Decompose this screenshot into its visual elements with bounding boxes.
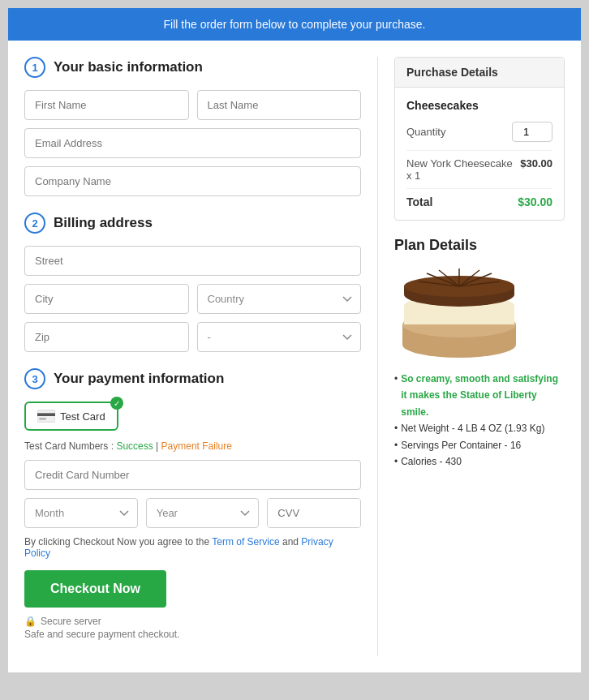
- cc-number-input[interactable]: [24, 460, 361, 490]
- purchase-details-box: Purchase Details Cheesecakes Quantity Ne…: [394, 57, 565, 221]
- company-input[interactable]: [24, 166, 361, 196]
- test-card-info: Test Card Numbers : Success | Payment Fa…: [24, 440, 361, 452]
- success-link[interactable]: Success: [116, 440, 153, 452]
- right-panel: Purchase Details Cheesecakes Quantity Ne…: [378, 57, 565, 656]
- card-label: Test Card: [60, 410, 105, 423]
- zip-state-row: -: [24, 322, 361, 352]
- secure-info: 🔒 Secure server Safe and secure payment …: [24, 616, 361, 640]
- checkout-button[interactable]: Checkout Now: [24, 570, 166, 608]
- email-row: [24, 128, 361, 158]
- svg-rect-1: [37, 413, 55, 416]
- section2-title: 2 Billing address: [24, 213, 361, 234]
- check-badge: ✓: [110, 397, 123, 410]
- cc-number-row: [24, 460, 361, 490]
- month-select[interactable]: Month: [24, 498, 138, 528]
- top-banner: Fill the order form below to complete yo…: [8, 8, 581, 41]
- cake-image: [394, 264, 524, 361]
- payment-section: 3 Your payment information ✓ Test Card: [24, 368, 361, 640]
- test-card-label: Test Card Numbers :: [24, 440, 114, 452]
- basic-info-section: 1 Your basic information: [24, 57, 361, 196]
- quantity-label: Quantity: [406, 126, 445, 138]
- order-form: 1 Your basic information 2 Billi: [24, 57, 378, 656]
- cvv-input[interactable]: [268, 499, 361, 527]
- purchase-details-body: Cheesecakes Quantity New York Cheesecake…: [395, 88, 564, 220]
- terms-text: By clicking Checkout Now you agree to th…: [24, 536, 361, 559]
- section2-number: 2: [24, 213, 45, 234]
- item-price: $30.00: [520, 157, 552, 170]
- name-row: [24, 90, 361, 120]
- company-row: [24, 166, 361, 196]
- cvv-field: [267, 498, 361, 528]
- state-select[interactable]: -: [197, 322, 362, 352]
- terms-link[interactable]: Term of Service: [212, 536, 279, 548]
- year-select[interactable]: Year: [146, 498, 260, 528]
- section3-number: 3: [24, 368, 45, 389]
- bullet2: Net Weight - 4 LB 4 OZ (1.93 Kg): [401, 420, 544, 436]
- item-row: New York Cheesecake x 1 $30.00: [406, 150, 552, 182]
- section1-number: 1: [24, 57, 45, 78]
- card-icon: [37, 410, 55, 423]
- svg-rect-2: [39, 418, 46, 419]
- cvv-row: Month Year: [24, 498, 361, 528]
- total-row: Total $30.00: [406, 188, 552, 208]
- product-name: Cheesecakes: [406, 99, 552, 112]
- last-name-input[interactable]: [197, 90, 362, 120]
- plan-title: Plan Details: [394, 237, 565, 254]
- street-row: [24, 246, 361, 276]
- banner-text: Fill the order form below to complete yo…: [164, 18, 426, 31]
- section3-title: 3 Your payment information: [24, 368, 361, 389]
- bullet3: Servings Per Container - 16: [401, 437, 521, 453]
- street-input[interactable]: [24, 246, 361, 276]
- total-price: $30.00: [518, 195, 552, 208]
- failure-link[interactable]: Payment Failure: [161, 440, 232, 452]
- quantity-row: Quantity: [406, 122, 552, 142]
- card-options: ✓ Test Card: [24, 402, 361, 431]
- item-name: New York Cheesecake x 1: [406, 157, 520, 182]
- plan-details-section: Plan Details: [394, 237, 565, 470]
- bullet1: So creamy, smooth and satisfying it make…: [401, 371, 565, 420]
- purchase-details-header: Purchase Details: [395, 58, 564, 88]
- plan-bullets: So creamy, smooth and satisfying it make…: [394, 371, 565, 470]
- lock-icon: 🔒: [24, 616, 37, 627]
- bullet4: Calories - 430: [401, 453, 462, 470]
- svg-point-21: [404, 276, 514, 297]
- city-country-row: Country: [24, 284, 361, 314]
- section1-title: 1 Your basic information: [24, 57, 361, 78]
- country-select[interactable]: Country: [197, 284, 362, 314]
- first-name-input[interactable]: [24, 90, 189, 120]
- test-card-option[interactable]: ✓ Test Card: [24, 402, 118, 431]
- billing-section: 2 Billing address Country -: [24, 213, 361, 352]
- total-label: Total: [406, 195, 432, 208]
- quantity-input[interactable]: [512, 122, 552, 142]
- city-input[interactable]: [24, 284, 189, 314]
- zip-input[interactable]: [24, 322, 189, 352]
- email-input[interactable]: [24, 128, 361, 158]
